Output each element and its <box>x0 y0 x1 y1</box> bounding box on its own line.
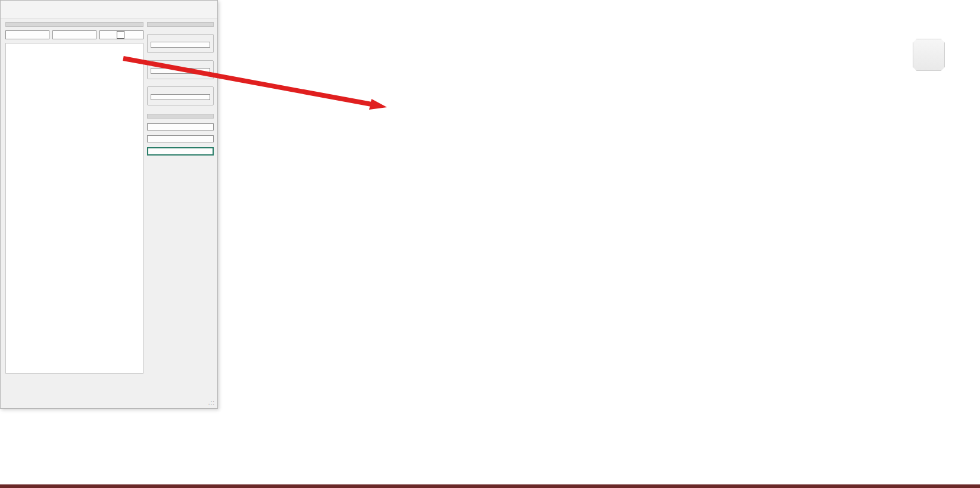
equipment-condition-lib-button[interactable] <box>151 42 210 48</box>
done-button[interactable] <box>147 147 214 156</box>
embed-condition-group <box>147 86 214 105</box>
left-header <box>5 22 143 27</box>
panel-title <box>1 1 217 19</box>
panel-resize-grip[interactable]: .:: <box>208 399 215 406</box>
equipment-condition-group <box>147 34 214 53</box>
layer-match-button[interactable] <box>5 30 49 39</box>
box-select-recognize-button[interactable] <box>147 123 214 130</box>
layer-tree <box>5 43 143 374</box>
load-condition-group <box>147 60 214 79</box>
recognize-ops-header <box>147 114 214 119</box>
recognize-dwg-panel: .:: <box>0 0 218 409</box>
viewcube-top-face[interactable] <box>913 39 945 71</box>
checkbox-icon[interactable] <box>117 31 124 39</box>
app-window: { "panel": { "title": "识取DWG图", "close":… <box>0 0 980 488</box>
selected-graphics-checkbox[interactable] <box>99 30 143 39</box>
recognize-preview-button[interactable] <box>147 135 214 142</box>
aux-header <box>147 22 214 27</box>
layer-pick-column <box>5 22 143 374</box>
load-direction-button[interactable] <box>151 68 210 74</box>
bottom-edge-bar <box>0 484 980 488</box>
aux-settings-column <box>147 22 214 156</box>
clear-selected-button[interactable] <box>52 30 96 39</box>
embed-table-button[interactable] <box>151 94 210 100</box>
